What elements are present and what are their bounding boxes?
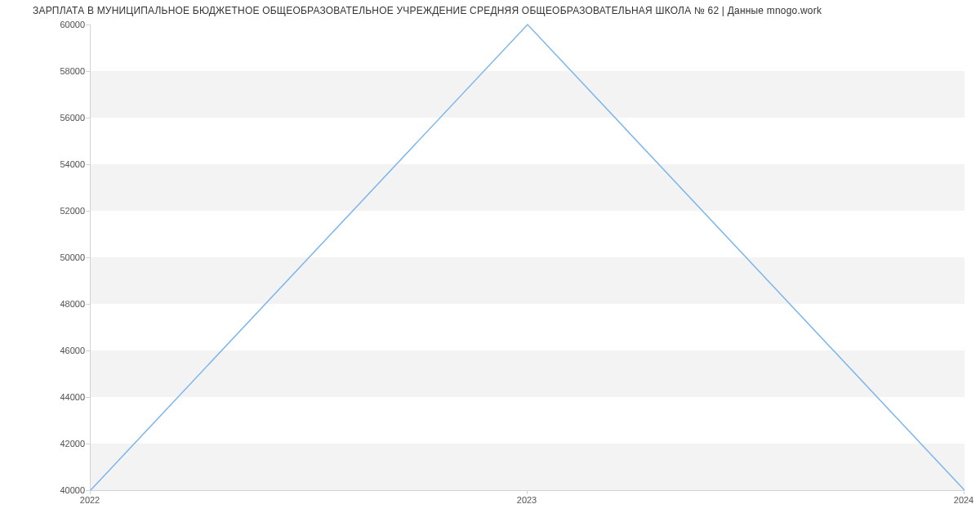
y-tick-mark	[86, 25, 90, 25]
y-tick-label: 40000	[20, 485, 85, 495]
x-tick-mark	[527, 490, 528, 494]
y-tick-mark	[86, 444, 90, 444]
chart-container: ЗАРПЛАТА В МУНИЦИПАЛЬНОЕ БЮДЖЕТНОЕ ОБЩЕО…	[0, 0, 980, 531]
x-tick-label: 2023	[517, 495, 537, 505]
x-tick-mark	[964, 490, 964, 494]
x-tick-label: 2022	[80, 495, 100, 505]
plot-area	[90, 25, 964, 491]
y-tick-mark	[86, 164, 90, 165]
y-tick-label: 42000	[20, 439, 85, 448]
chart-title: ЗАРПЛАТА В МУНИЦИПАЛЬНОЕ БЮДЖЕТНОЕ ОБЩЕО…	[33, 5, 822, 16]
y-tick-label: 48000	[20, 299, 85, 309]
y-tick-label: 52000	[20, 206, 85, 216]
y-tick-label: 44000	[20, 392, 85, 402]
y-tick-label: 56000	[20, 113, 85, 123]
y-tick-label: 58000	[20, 66, 85, 76]
y-tick-mark	[86, 304, 90, 305]
x-tick-label: 2024	[954, 495, 973, 505]
line-series	[91, 25, 964, 490]
series-line	[91, 25, 964, 490]
y-tick-label: 60000	[20, 20, 85, 29]
y-tick-mark	[86, 257, 90, 258]
y-tick-mark	[86, 118, 90, 118]
y-tick-label: 46000	[20, 346, 85, 355]
y-tick-label: 54000	[20, 159, 85, 169]
y-tick-label: 50000	[20, 252, 85, 262]
y-tick-mark	[86, 397, 90, 398]
y-tick-mark	[86, 211, 90, 212]
y-tick-mark	[86, 71, 90, 72]
y-tick-mark	[86, 350, 90, 351]
x-tick-mark	[90, 490, 91, 494]
